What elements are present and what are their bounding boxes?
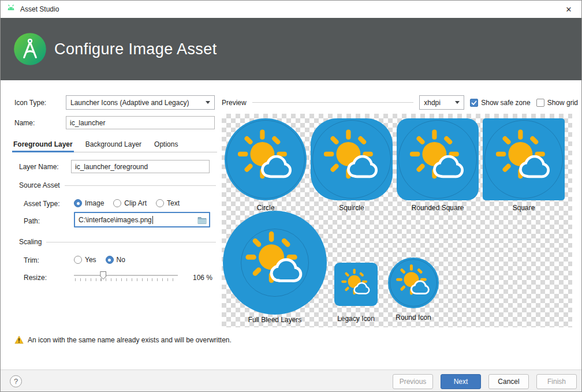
layer-name-label: Layer Name: [19,162,59,171]
help-icon[interactable]: ? [10,375,22,387]
radio-image[interactable]: Image [74,199,104,207]
previous-button[interactable]: Previous [393,374,433,389]
tab-label: Background Layer [85,140,141,148]
preview-legacy: Legacy Icon [323,263,389,323]
finish-button[interactable]: Finish [536,374,577,389]
sun-cloud-art [393,262,434,304]
layer-tabs: Foreground Layer Background Layer Option… [12,137,217,152]
warning-icon [14,335,24,344]
source-asset-section-header: Source Asset [19,181,216,189]
text-caret [152,216,153,224]
preview-header: Preview xhdpi Show safe zone Show grid [222,95,578,110]
launcher-icon-round [388,257,439,308]
chevron-down-icon [455,101,460,104]
asset-studio-dialog: Asset Studio ✕ Configure Im [0,0,582,392]
warning-row: An icon with the same name already exist… [14,335,232,344]
tab-label: Foreground Layer [13,140,73,148]
preview-caption: Full Bleed Layers [223,316,327,324]
sun-cloud-art [338,267,374,303]
radio-button [113,199,121,207]
sun-cloud-art [490,126,557,193]
preview-rounded-square: Rounded Square [397,118,479,212]
divider [46,242,216,242]
cancel-button[interactable]: Cancel [488,374,529,389]
scaling-section-header: Scaling [19,238,216,246]
folder-icon [197,216,207,224]
name-input[interactable]: ic_launcher [66,116,215,129]
path-input[interactable]: C:\interface\images.png [74,212,210,227]
layer-name-value: ic_launcher_foreground [75,163,148,171]
launcher-icon-rounded-square [397,118,479,200]
divider [252,102,414,103]
preview-caption: Round Icon [388,313,439,322]
footer: ? Previous Next Cancel Finish [1,369,581,392]
asset-type-radios: Image Clip Art Text [74,198,180,208]
layer-name-input[interactable]: ic_launcher_foreground [71,160,210,173]
preview-circle: Circle [225,118,307,212]
name-label: Name: [14,118,35,128]
sun-cloud-art [240,227,310,298]
radio-button [106,256,114,264]
radio-label: Text [167,199,180,207]
density-value: xhdpi [424,99,441,107]
section-title: Scaling [19,238,42,246]
trim-label: Trim: [24,256,39,265]
radio-clip-art[interactable]: Clip Art [113,199,147,207]
browse-folder-button[interactable] [195,216,207,224]
checkbox-box [536,99,544,107]
titlebar: Asset Studio ✕ [1,1,581,18]
tab-options[interactable]: Options [153,137,179,152]
next-button[interactable]: Next [441,374,481,389]
checkbox-box [470,99,478,107]
launcher-icon-circle [225,118,307,200]
radio-text[interactable]: Text [156,199,180,207]
preview-square: Square [483,118,565,212]
dialog-title: Configure Image Asset [54,40,217,58]
section-title: Source Asset [19,181,60,189]
launcher-icon-squircle [311,118,393,200]
chevron-down-icon [206,101,210,104]
radio-button [156,199,164,207]
sun-cloud-art [404,126,471,193]
launcher-icon-full-bleed [223,211,327,315]
slider-track[interactable] [74,275,178,276]
resize-label: Resize: [24,273,47,282]
close-icon[interactable]: ✕ [556,1,581,18]
preview-caption: Legacy Icon [323,315,389,323]
icon-type-value: Launcher Icons (Adaptive and Legacy) [70,99,189,107]
radio-button [74,256,82,264]
preview-canvas: Circle Squircle Rounded Square Square [222,114,572,327]
density-dropdown[interactable]: xhdpi [419,95,464,110]
radio-button [74,199,82,207]
radio-trim-yes[interactable]: Yes [74,256,96,264]
tab-foreground-layer[interactable]: Foreground Layer [12,137,74,152]
android-icon [6,4,16,15]
trim-radios: Yes No [74,255,125,265]
android-studio-logo [13,32,47,66]
tab-background-layer[interactable]: Background Layer [84,137,143,152]
window-title: Asset Studio [20,5,59,13]
launcher-icon-legacy [334,263,378,306]
name-value: ic_launcher [70,119,105,127]
checkbox-label: Show grid [547,99,578,107]
preview-label: Preview [222,99,247,107]
icon-type-label: Icon Type: [14,98,46,107]
icon-type-dropdown[interactable]: Launcher Icons (Adaptive and Legacy) [66,95,215,110]
footer-buttons: Previous Next Cancel Finish [393,374,577,389]
launcher-icon-square [483,118,565,200]
path-label: Path: [24,216,40,226]
tab-label: Options [154,140,178,148]
show-grid-checkbox[interactable]: Show grid [536,99,578,107]
dialog-header: Configure Image Asset [1,18,581,80]
sun-cloud-art [232,126,299,193]
preview-round: Round Icon [388,257,439,322]
resize-slider[interactable] [74,270,178,283]
slider-ticks [75,278,178,281]
preview-caption: Square [483,204,565,212]
show-safe-zone-checkbox[interactable]: Show safe zone [470,99,530,107]
resize-value: 106 % [193,273,212,282]
help-glyph: ? [14,377,18,386]
radio-trim-no[interactable]: No [106,256,125,264]
radio-label: No [117,256,125,264]
sun-cloud-art [318,126,385,193]
